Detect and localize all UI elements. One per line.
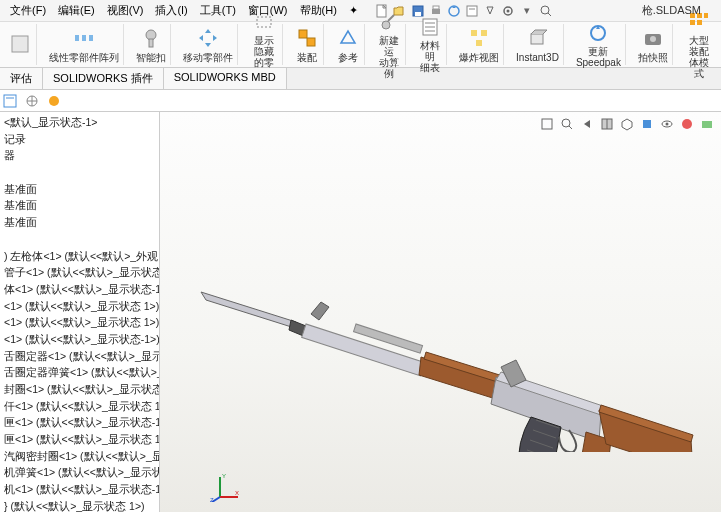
feature-tree-panel[interactable]: <默认_显示状态-1>记录器 基准面基准面基准面 ) 左枪体<1> (默认<<默…: [0, 112, 160, 512]
tree-item[interactable]: <1> (默认<<默认>_显示状态 1>): [2, 298, 157, 315]
ribbon-btn-linear-pattern[interactable]: 线性零部件阵列: [45, 24, 124, 65]
update-speedpak-icon: [586, 22, 610, 44]
ribbon-btn-speedpak[interactable]: 更新 Speedpak: [572, 24, 626, 65]
menu-edit[interactable]: 编辑(E): [52, 1, 101, 20]
ribbon-toolbar: 线性零部件阵列 智能扣 移动零部件 显示隐藏 的零部件 装配 参考 新建运 动算…: [0, 22, 721, 68]
menu-view[interactable]: 视图(V): [101, 1, 150, 20]
ribbon-group-edit: [4, 24, 37, 65]
tree-item[interactable]: 基准面: [2, 181, 157, 198]
menu-tools[interactable]: 工具(T): [194, 1, 242, 20]
ribbon-btn-instant3d[interactable]: Instant3D: [512, 24, 564, 65]
menu-file[interactable]: 文件(F): [4, 1, 52, 20]
display-style-icon[interactable]: [639, 116, 655, 132]
tree-item[interactable]: 体<1> (默认<<默认>_显示状态-1>): [2, 281, 157, 298]
svg-rect-29: [531, 34, 543, 44]
svg-point-51: [666, 123, 669, 126]
ribbon-btn-exploded[interactable]: 爆炸视图: [455, 24, 504, 65]
display-pane-tab-icon[interactable]: [46, 93, 62, 109]
heads-up-toolbar: [539, 116, 715, 132]
ribbon-btn-move-comp[interactable]: 移动零部件: [179, 24, 238, 65]
tree-item[interactable]: 仟<1> (默认<<默认>_显示状态 1>): [2, 398, 157, 415]
tree-item[interactable]: 机弹簧<1> (默认<<默认>_显示状态 1>): [2, 464, 157, 481]
hide-show-icon[interactable]: [659, 116, 675, 132]
svg-rect-37: [697, 20, 702, 25]
config-tab-icon[interactable]: [24, 93, 40, 109]
selection-filter-icon[interactable]: [482, 3, 498, 19]
appearance-icon[interactable]: [679, 116, 695, 132]
tree-item[interactable]: 基准面: [2, 197, 157, 214]
previous-view-icon[interactable]: [579, 116, 595, 132]
tree-item[interactable]: 管子<1> (默认<<默认>_显示状态 1>): [2, 264, 157, 281]
tree-item[interactable]: 器: [2, 147, 157, 164]
svg-rect-19: [299, 30, 307, 38]
ribbon-label: Instant3D: [516, 52, 559, 63]
ribbon-label: 移动零部件: [183, 52, 233, 63]
scene-icon[interactable]: [699, 116, 715, 132]
tree-item[interactable]: 封圈<1> (默认<<默认>_显示状态 1>): [2, 381, 157, 398]
svg-text:Y: Y: [222, 473, 226, 479]
tree-item[interactable]: 记录: [2, 131, 157, 148]
svg-rect-44: [542, 119, 552, 129]
ribbon-btn-show-hidden[interactable]: 显示隐藏 的零部件: [246, 24, 283, 65]
tree-item[interactable]: 汽阀密封圈<1> (默认<<默认>_显示状态: [2, 448, 157, 465]
tree-item[interactable]: <1> (默认<<默认>_显示状态-1>): [2, 331, 157, 348]
rebuild-icon[interactable]: [446, 3, 462, 19]
tab-mbd[interactable]: SOLIDWORKS MBD: [164, 68, 287, 89]
search-icon[interactable]: [538, 3, 554, 19]
tree-item[interactable]: 舌圈定器<1> (默认<<默认>_显示状态 1: [2, 348, 157, 365]
tree-item[interactable]: } (默认<<默认>_显示状态 1>): [2, 498, 157, 512]
tree-item[interactable]: [2, 231, 157, 248]
ribbon-label: 装配: [297, 52, 317, 63]
tree-item[interactable]: 基准面: [2, 214, 157, 231]
ribbon-label: 更新 Speedpak: [576, 46, 621, 68]
tree-item[interactable]: <1> (默认<<默认>_显示状态 1>): [2, 314, 157, 331]
ribbon-btn-new-motion[interactable]: 新建运 动算例: [373, 24, 406, 65]
ribbon-label: 拍快照: [638, 52, 668, 63]
graphics-viewport[interactable]: Y X Z: [160, 112, 721, 512]
svg-rect-3: [432, 9, 440, 14]
tree-item[interactable]: <默认_显示状态-1>: [2, 114, 157, 131]
ribbon-btn-reference[interactable]: 参考: [332, 24, 365, 65]
svg-point-10: [541, 6, 549, 14]
tree-item[interactable]: 匣<1> (默认<<默认>_显示状态-1>): [2, 414, 157, 431]
svg-rect-27: [481, 30, 487, 36]
menu-insert[interactable]: 插入(I): [149, 1, 193, 20]
model-rifle: [181, 172, 701, 452]
tree-item[interactable]: 舌圈定器弹簧<1> (默认<<默认>_显示状: [2, 364, 157, 381]
document-title: 枪.SLDASM: [642, 3, 701, 18]
tab-plugins[interactable]: SOLIDWORKS 插件: [43, 68, 164, 89]
svg-rect-14: [82, 35, 86, 41]
menu-star-icon[interactable]: ✦: [343, 2, 364, 19]
tab-evaluate[interactable]: 评估: [0, 68, 43, 89]
tree-item[interactable]: [2, 164, 157, 181]
svg-rect-36: [690, 20, 695, 25]
ribbon-btn-large-assembly[interactable]: 大型装配 体模式: [681, 24, 717, 65]
tree-item[interactable]: 机<1> (默认<<默认>_显示状态-1>): [2, 481, 157, 498]
dropdown-arrow-icon[interactable]: ▾: [518, 2, 536, 19]
section-view-icon[interactable]: [599, 116, 615, 132]
zoom-area-icon[interactable]: [559, 116, 575, 132]
ribbon-label: 爆炸视图: [459, 52, 499, 63]
reference-geometry-icon: [336, 26, 360, 50]
svg-text:X: X: [235, 490, 239, 496]
ribbon-btn-snapshot[interactable]: 拍快照: [634, 24, 673, 65]
edit-component-icon[interactable]: [8, 32, 32, 56]
options-icon[interactable]: [464, 3, 480, 19]
tree-item[interactable]: 匣<1> (默认<<默认>_显示状态 1>): [2, 431, 157, 448]
tree-item[interactable]: ) 左枪体<1> (默认<<默认>_外观 显示状: [2, 248, 157, 265]
ribbon-btn-assembly-feat[interactable]: 装配: [291, 24, 324, 65]
feature-tree-tab-icon[interactable]: [2, 93, 18, 109]
ribbon-btn-smart-fastener[interactable]: 智能扣: [132, 24, 171, 65]
move-component-icon: [196, 26, 220, 50]
menu-help[interactable]: 帮助(H): [294, 1, 343, 20]
ribbon-btn-bom[interactable]: 材料明 细表: [414, 24, 447, 65]
svg-rect-17: [149, 39, 153, 47]
view-orientation-icon[interactable]: [619, 116, 635, 132]
svg-rect-18: [257, 17, 271, 27]
svg-point-52: [682, 119, 692, 129]
command-manager-tabs: 评估 SOLIDWORKS 插件 SOLIDWORKS MBD: [0, 68, 721, 90]
instant3d-icon: [525, 26, 549, 50]
gear-icon[interactable]: [500, 3, 516, 19]
zoom-fit-icon[interactable]: [539, 116, 555, 132]
svg-rect-35: [704, 13, 708, 18]
